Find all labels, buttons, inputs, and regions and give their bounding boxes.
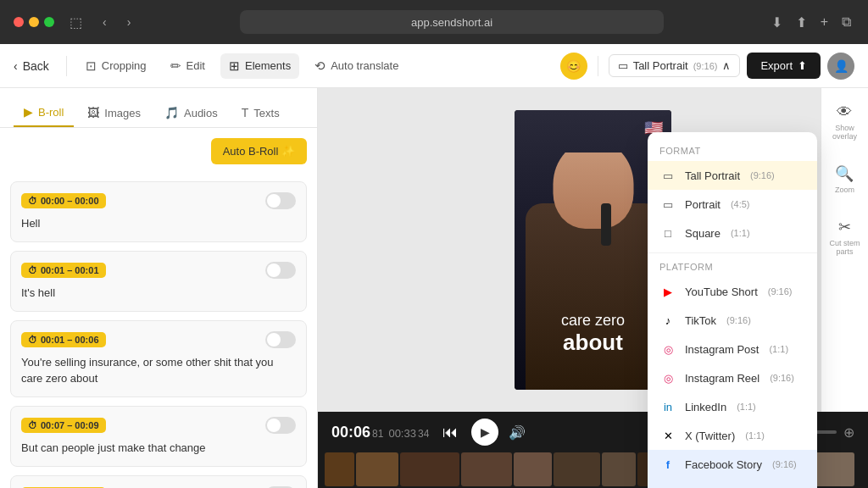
clip-time-text: 00:00 – 00:00 bbox=[41, 196, 99, 206]
volume-button[interactable]: 🔊 bbox=[509, 424, 526, 441]
left-panel: ▶ B-roll 🖼 Images 🎵 Audios T Texts bbox=[0, 88, 318, 488]
clip-card: ⏱ 00:07 – 00:09 But can people just make… bbox=[10, 406, 307, 467]
back-label: Back bbox=[23, 59, 49, 73]
clip-time-text: 00:07 – 00:09 bbox=[41, 420, 99, 430]
time-display: 00:06 81 00:33 34 bbox=[331, 424, 429, 441]
dropdown-item-portrait[interactable]: ▭ Portrait (4:5) bbox=[648, 190, 817, 219]
zoom-button[interactable]: 🔍 Zoom bbox=[830, 159, 860, 199]
cropping-button[interactable]: ⊡ Cropping bbox=[77, 53, 155, 79]
back-button[interactable]: ‹ Back bbox=[14, 59, 49, 73]
format-label: Tall Portrait bbox=[633, 59, 688, 72]
instagram-reel-ratio: (9:16) bbox=[770, 373, 794, 383]
square-icon: □ bbox=[659, 225, 676, 241]
instagram-post-icon: ◎ bbox=[659, 341, 676, 358]
export-button[interactable]: Export ⬆ bbox=[747, 53, 821, 79]
dropdown-item-square[interactable]: □ Square (1:1) bbox=[648, 219, 817, 247]
clip-time-badge: ⏱ 00:01 – 00:06 bbox=[21, 332, 106, 347]
clip-card: ⏱ 00:00 – 00:00 Hell bbox=[10, 181, 307, 242]
tab-texts[interactable]: T Texts bbox=[231, 99, 290, 126]
tab-audios[interactable]: 🎵 Audios bbox=[154, 99, 228, 126]
clip-toggle-2[interactable] bbox=[265, 262, 296, 279]
format-ratio: (9:16) bbox=[693, 61, 718, 71]
subtitle-line-2: about bbox=[522, 330, 664, 356]
clip-text-4: But can people just make that change bbox=[21, 441, 296, 456]
dropdown-item-tall-portrait[interactable]: ▭ Tall Portrait (9:16) bbox=[648, 161, 817, 190]
crop-icon: ⊡ bbox=[86, 58, 97, 74]
track-segment bbox=[356, 452, 398, 486]
auto-translate-button[interactable]: ⟲ Auto translate bbox=[306, 53, 407, 79]
close-traffic-light[interactable] bbox=[14, 17, 24, 27]
clip-card: ⏱ 00:01 – 00:01 It's hell bbox=[10, 251, 307, 312]
platform-section-title: Platform bbox=[648, 258, 817, 277]
clip-toggle-1[interactable] bbox=[265, 192, 296, 209]
skip-back-button[interactable]: ⏮ bbox=[439, 420, 461, 445]
address-bar[interactable]: app.sendshort.ai bbox=[240, 10, 664, 34]
scissors-icon: ✂ bbox=[838, 218, 851, 236]
show-overlay-button[interactable]: 👁 Showoverlay bbox=[827, 98, 862, 146]
dropdown-item-linkedin[interactable]: in LinkedIn (1:1) bbox=[648, 392, 817, 421]
main-content: ▶ B-roll 🖼 Images 🎵 Audios T Texts bbox=[0, 88, 868, 488]
zoom-in-button[interactable]: ⊕ bbox=[843, 424, 854, 441]
tab-images[interactable]: 🖼 Images bbox=[77, 99, 151, 126]
x-twitter-ratio: (1:1) bbox=[745, 430, 765, 441]
person-body bbox=[526, 203, 661, 390]
texts-label: Texts bbox=[253, 107, 279, 119]
facebook-story-icon: f bbox=[659, 456, 676, 473]
clip-time-text: 00:01 – 00:01 bbox=[41, 265, 99, 275]
download-button[interactable]: ⬇ bbox=[768, 11, 786, 34]
center-area: 🇺🇸 care zero ab bbox=[318, 88, 868, 488]
total-time-sub: 34 bbox=[418, 428, 429, 440]
clip-text-1: Hell bbox=[21, 216, 296, 231]
maximize-traffic-light[interactable] bbox=[44, 17, 54, 27]
sidebar-toggle-button[interactable]: ⬚ bbox=[64, 11, 87, 34]
dropdown-item-youtube[interactable]: ▶ YouTube Short (9:16) bbox=[648, 277, 817, 306]
tall-portrait-ratio: (9:16) bbox=[750, 170, 775, 180]
dropdown-item-facebook-story[interactable]: f Facebook Story (9:16) bbox=[648, 450, 817, 479]
dropdown-item-instagram-post[interactable]: ◎ Instagram Post (1:1) bbox=[648, 335, 817, 363]
clip-toggle-3[interactable] bbox=[265, 331, 296, 348]
forward-browser-button[interactable]: › bbox=[122, 12, 136, 32]
dropdown-item-x-twitter[interactable]: ✕ X (Twitter) (1:1) bbox=[648, 421, 817, 450]
square-label: Square bbox=[685, 227, 721, 240]
current-time-sub: 81 bbox=[372, 428, 383, 440]
person-head bbox=[553, 152, 633, 229]
clip-header: ⏱ 00:01 – 00:06 bbox=[21, 331, 296, 348]
dropdown-item-facebook-video[interactable]: f Facebook Video (1:1) bbox=[648, 479, 817, 488]
linkedin-label: LinkedIn bbox=[685, 401, 726, 413]
track-segment bbox=[325, 452, 354, 486]
tall-portrait-icon: ▭ bbox=[659, 167, 676, 184]
tab-broll[interactable]: ▶ B-roll bbox=[14, 98, 74, 127]
main-toolbar: ‹ Back ⊡ Cropping ✏ Edit ⊞ Elements ⟲ Au… bbox=[0, 44, 868, 88]
duplicate-tab-button[interactable]: ⧉ bbox=[838, 11, 854, 33]
clip-header: ⏱ 00:01 – 00:01 bbox=[21, 262, 296, 279]
url-text: app.sendshort.ai bbox=[411, 16, 492, 29]
instagram-post-ratio: (1:1) bbox=[769, 344, 788, 354]
play-button[interactable]: ▶ bbox=[471, 419, 498, 446]
app: ‹ Back ⊡ Cropping ✏ Edit ⊞ Elements ⟲ Au… bbox=[0, 44, 868, 488]
auto-translate-label: Auto translate bbox=[331, 59, 398, 72]
elements-label: Elements bbox=[245, 59, 291, 72]
broll-icon: ▶ bbox=[24, 105, 33, 119]
auto-broll-label: Auto B-Roll ✨ bbox=[223, 145, 295, 158]
elements-button[interactable]: ⊞ Elements bbox=[220, 53, 299, 79]
format-selector-button[interactable]: ▭ Tall Portrait (9:16) ∧ bbox=[609, 54, 741, 77]
track-segment bbox=[602, 452, 636, 486]
dropdown-item-instagram-reel[interactable]: ◎ Instagram Reel (9:16) bbox=[648, 363, 817, 392]
total-time: 00:33 bbox=[388, 427, 416, 440]
back-browser-button[interactable]: ‹ bbox=[97, 12, 112, 32]
auto-broll-button[interactable]: Auto B-Roll ✨ bbox=[211, 138, 307, 164]
clip-time-badge: ⏱ 00:00 – 00:00 bbox=[21, 193, 106, 208]
new-tab-button[interactable]: + bbox=[817, 11, 832, 33]
cut-stem-button[interactable]: ✂ Cut stemparts bbox=[824, 213, 865, 261]
minimize-traffic-light[interactable] bbox=[29, 17, 39, 27]
youtube-label: YouTube Short bbox=[685, 286, 758, 298]
edit-button[interactable]: ✏ Edit bbox=[162, 53, 214, 79]
format-rect-icon: ▭ bbox=[618, 59, 628, 72]
dropdown-item-tiktok[interactable]: ♪ TikTok (9:16) bbox=[648, 306, 817, 335]
subtitle-line-1: care zero bbox=[522, 312, 664, 330]
share-button[interactable]: ⬆ bbox=[793, 11, 810, 34]
clip-card: ⏱ 00:09 – 00:11 I mean, yes, I believe t… bbox=[10, 475, 307, 488]
clip-toggle-4[interactable] bbox=[265, 417, 296, 434]
portrait-icon: ▭ bbox=[659, 196, 676, 213]
toolbar-divider-2 bbox=[598, 56, 598, 76]
